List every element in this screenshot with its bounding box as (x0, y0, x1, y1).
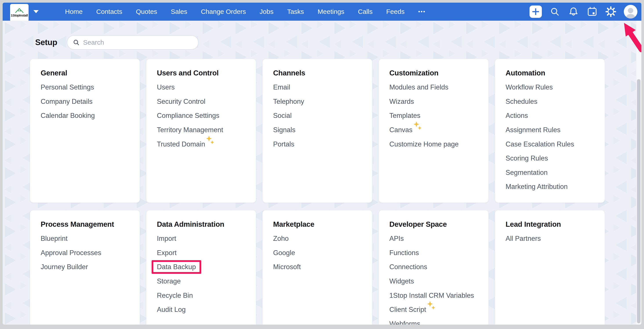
setup-link-microsoft[interactable]: Microsoft (273, 260, 364, 274)
data-backup-highlight-box: Data Backup (152, 260, 201, 274)
setup-search-box[interactable] (67, 35, 199, 50)
setup-link-territory-management[interactable]: Territory Management (157, 123, 247, 137)
setup-link-google[interactable]: Google (273, 246, 364, 260)
setup-link-approval-processes[interactable]: Approval Processes (41, 246, 131, 260)
user-avatar[interactable] (624, 5, 638, 19)
setup-link-trusted-domain[interactable]: Trusted Domain (157, 137, 247, 151)
card-title: Customization (389, 69, 480, 77)
cards-row-1: General Personal Settings Company Detail… (30, 59, 641, 203)
setup-link-email[interactable]: Email (273, 80, 364, 95)
setup-link-calendar-booking[interactable]: Calendar Booking (41, 109, 131, 123)
setup-link-crm-variables[interactable]: 1Stop Install CRM Variables (389, 288, 480, 303)
card-process-management: Process Management Blueprint Approval Pr… (30, 210, 140, 324)
page-title: Setup (35, 38, 57, 47)
setup-link-export[interactable]: Export (157, 246, 247, 260)
setup-link-segmentation[interactable]: Segmentation (506, 166, 596, 180)
nav-meetings[interactable]: Meetings (318, 8, 344, 16)
setup-link-actions[interactable]: Actions (506, 109, 596, 123)
nav-contacts[interactable]: Contacts (96, 8, 122, 16)
setup-link-company-details[interactable]: Company Details (41, 95, 131, 109)
settings-button[interactable] (605, 6, 616, 17)
setup-link-security-control[interactable]: Security Control (157, 95, 247, 109)
notifications-button[interactable] (568, 6, 579, 17)
card-title: General (41, 69, 131, 77)
setup-link-schedules[interactable]: Schedules (506, 95, 596, 109)
setup-link-widgets[interactable]: Widgets (389, 274, 480, 288)
cards-row-2: Process Management Blueprint Approval Pr… (30, 210, 641, 324)
setup-link-apis[interactable]: APIs (389, 232, 480, 246)
create-new-button[interactable] (530, 6, 542, 18)
nav-sales[interactable]: Sales (171, 8, 187, 16)
sparkle-icon (414, 121, 422, 132)
setup-link-signals[interactable]: Signals (273, 123, 364, 137)
setup-link-users[interactable]: Users (157, 80, 247, 95)
setup-link-import[interactable]: Import (157, 232, 247, 246)
screenshot-frame: 1StopInstall Home Contacts Quotes Sales … (0, 0, 644, 329)
setup-link-connections[interactable]: Connections (389, 260, 480, 274)
setup-link-telephony[interactable]: Telephony (273, 95, 364, 109)
setup-link-social[interactable]: Social (273, 109, 364, 123)
nav-calls[interactable]: Calls (358, 8, 373, 16)
search-input[interactable] (83, 39, 188, 46)
card-lead-integration: Lead Integration All Partners (495, 210, 605, 324)
setup-link-client-script[interactable]: Client Script (389, 303, 480, 317)
setup-link-data-backup[interactable]: Data Backup (157, 260, 247, 274)
setup-link-case-escalation-rules[interactable]: Case Escalation Rules (506, 137, 596, 151)
setup-link-storage[interactable]: Storage (157, 274, 247, 288)
setup-page-content: Setup General Personal Settings Company … (3, 21, 641, 324)
nav-home[interactable]: Home (65, 8, 82, 16)
scrollbar-thumb[interactable] (637, 79, 640, 323)
nav-jobs[interactable]: Jobs (260, 8, 273, 16)
setup-link-compliance-settings[interactable]: Compliance Settings (157, 109, 247, 123)
setup-link-wizards[interactable]: Wizards (389, 95, 480, 109)
top-navigation-bar: 1StopInstall Home Contacts Quotes Sales … (3, 3, 641, 21)
setup-link-functions[interactable]: Functions (389, 246, 480, 260)
nav-quotes[interactable]: Quotes (136, 8, 157, 16)
card-title: Lead Integration (506, 220, 596, 229)
topbar-icon-group (530, 5, 638, 19)
plus-icon (532, 8, 540, 16)
card-marketplace: Marketplace Zoho Google Microsoft (262, 210, 372, 324)
company-logo[interactable]: 1StopInstall (10, 4, 28, 21)
card-automation: Automation Workflow Rules Schedules Acti… (495, 59, 605, 203)
calendar-icon (587, 6, 598, 17)
setup-link-personal-settings[interactable]: Personal Settings (41, 80, 131, 95)
setup-link-all-partners[interactable]: All Partners (506, 232, 596, 246)
setup-link-canvas[interactable]: Canvas (389, 123, 480, 137)
settings-gear-icon (605, 6, 616, 17)
setup-link-modules-and-fields[interactable]: Modules and Fields (389, 80, 480, 95)
calendar-button[interactable] (586, 6, 598, 17)
setup-link-portals[interactable]: Portals (273, 137, 364, 151)
nav-change-orders[interactable]: Change Orders (201, 8, 246, 16)
search-button[interactable] (549, 6, 560, 17)
setup-link-marketing-attribution[interactable]: Marketing Attribution (506, 180, 596, 194)
vertical-scrollbar[interactable] (636, 21, 641, 324)
setup-link-workflow-rules[interactable]: Workflow Rules (506, 80, 596, 95)
search-icon (73, 39, 80, 46)
bell-icon (568, 6, 579, 17)
sparkle-icon (206, 135, 214, 146)
nav-feeds[interactable]: Feeds (386, 8, 404, 16)
setup-link-blueprint[interactable]: Blueprint (41, 232, 131, 246)
setup-header-row: Setup (35, 35, 641, 50)
setup-link-assignment-rules[interactable]: Assignment Rules (506, 123, 596, 137)
setup-link-zoho[interactable]: Zoho (273, 232, 364, 246)
card-title: Automation (506, 69, 596, 77)
search-icon (550, 6, 560, 17)
nav-more-ellipsis[interactable]: ••• (418, 9, 426, 15)
logo-dropdown-caret[interactable] (34, 10, 39, 13)
setup-link-webforms[interactable]: Webforms (389, 317, 480, 324)
card-title: Data Administration (157, 220, 247, 229)
setup-link-journey-builder[interactable]: Journey Builder (41, 260, 131, 274)
setup-link-audit-log[interactable]: Audit Log (157, 303, 247, 317)
browser-window: 1StopInstall Home Contacts Quotes Sales … (3, 3, 641, 324)
setup-link-recycle-bin[interactable]: Recycle Bin (157, 288, 247, 303)
setup-link-templates[interactable]: Templates (389, 109, 480, 123)
card-users-and-control: Users and Control Users Security Control… (146, 59, 256, 203)
setup-link-scoring-rules[interactable]: Scoring Rules (506, 151, 596, 166)
card-title: Developer Space (389, 220, 480, 229)
setup-link-customize-home-page[interactable]: Customize Home page (389, 137, 480, 151)
card-title: Marketplace (273, 220, 364, 229)
card-customization: Customization Modules and Fields Wizards… (378, 59, 489, 203)
nav-tasks[interactable]: Tasks (287, 8, 304, 16)
